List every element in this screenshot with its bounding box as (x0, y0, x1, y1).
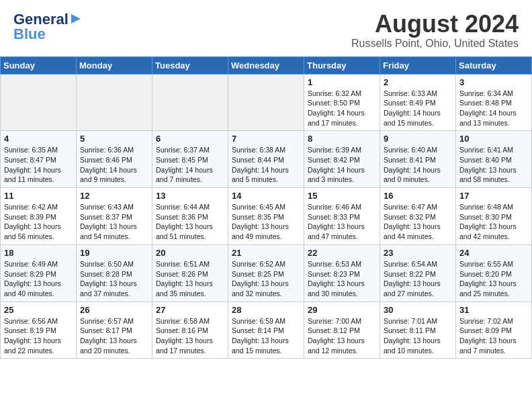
day-info: Sunrise: 6:42 AM Sunset: 8:39 PM Dayligh… (4, 202, 73, 242)
table-row: 20Sunrise: 6:51 AM Sunset: 8:26 PM Dayli… (152, 244, 228, 302)
day-number: 2 (384, 77, 452, 87)
table-row: 12Sunrise: 6:43 AM Sunset: 8:37 PM Dayli… (77, 188, 152, 245)
table-row: 23Sunrise: 6:54 AM Sunset: 8:22 PM Dayli… (380, 244, 456, 302)
day-info: Sunrise: 6:36 AM Sunset: 8:46 PM Dayligh… (80, 145, 148, 185)
day-info: Sunrise: 6:59 AM Sunset: 8:14 PM Dayligh… (232, 316, 300, 356)
col-sunday: Sunday (1, 56, 77, 74)
day-number: 12 (80, 191, 148, 201)
table-row: 24Sunrise: 6:55 AM Sunset: 8:20 PM Dayli… (456, 244, 532, 302)
calendar-subtitle: Russells Point, Ohio, United States (351, 38, 519, 50)
calendar-week-row: 25Sunrise: 6:56 AM Sunset: 8:19 PM Dayli… (1, 302, 532, 359)
day-info: Sunrise: 7:01 AM Sunset: 8:11 PM Dayligh… (384, 316, 452, 356)
svg-marker-0 (71, 14, 81, 24)
table-row: 4Sunrise: 6:35 AM Sunset: 8:47 PM Daylig… (1, 131, 77, 188)
title-block: August 2024 Russells Point, Ohio, United… (351, 11, 519, 50)
day-info: Sunrise: 6:52 AM Sunset: 8:25 PM Dayligh… (232, 259, 300, 299)
table-row: 28Sunrise: 6:59 AM Sunset: 8:14 PM Dayli… (228, 302, 304, 359)
day-info: Sunrise: 6:45 AM Sunset: 8:35 PM Dayligh… (232, 202, 300, 242)
day-number: 19 (80, 248, 148, 258)
calendar-week-row: 4Sunrise: 6:35 AM Sunset: 8:47 PM Daylig… (1, 131, 532, 188)
day-number: 4 (4, 134, 73, 144)
day-number: 20 (156, 248, 224, 258)
table-row: 2Sunrise: 6:33 AM Sunset: 8:49 PM Daylig… (380, 74, 456, 131)
table-row (1, 74, 77, 131)
day-number: 18 (4, 248, 73, 258)
day-number: 7 (232, 134, 300, 144)
table-row: 22Sunrise: 6:53 AM Sunset: 8:23 PM Dayli… (304, 244, 380, 302)
calendar-title: August 2024 (351, 11, 519, 38)
table-row (228, 74, 304, 131)
day-number: 25 (4, 305, 73, 315)
day-number: 13 (156, 191, 224, 201)
day-number: 24 (459, 248, 528, 258)
table-row: 29Sunrise: 7:00 AM Sunset: 8:12 PM Dayli… (304, 302, 380, 359)
day-number: 6 (156, 134, 224, 144)
calendar-week-row: 11Sunrise: 6:42 AM Sunset: 8:39 PM Dayli… (1, 188, 532, 245)
day-info: Sunrise: 6:39 AM Sunset: 8:42 PM Dayligh… (308, 145, 376, 185)
table-row: 18Sunrise: 6:49 AM Sunset: 8:29 PM Dayli… (1, 244, 77, 302)
calendar-week-row: 1Sunrise: 6:32 AM Sunset: 8:50 PM Daylig… (1, 74, 532, 131)
col-tuesday: Tuesday (152, 56, 228, 74)
table-row: 25Sunrise: 6:56 AM Sunset: 8:19 PM Dayli… (1, 302, 77, 359)
day-number: 15 (308, 191, 376, 201)
day-info: Sunrise: 6:53 AM Sunset: 8:23 PM Dayligh… (308, 259, 376, 299)
day-info: Sunrise: 6:54 AM Sunset: 8:22 PM Dayligh… (384, 259, 452, 299)
day-info: Sunrise: 6:58 AM Sunset: 8:16 PM Dayligh… (156, 316, 224, 356)
table-row: 19Sunrise: 6:50 AM Sunset: 8:28 PM Dayli… (77, 244, 152, 302)
col-friday: Friday (380, 56, 456, 74)
calendar-table: Sunday Monday Tuesday Wednesday Thursday… (0, 56, 532, 359)
table-row: 17Sunrise: 6:48 AM Sunset: 8:30 PM Dayli… (456, 188, 532, 245)
day-number: 5 (80, 134, 148, 144)
col-wednesday: Wednesday (228, 56, 304, 74)
day-info: Sunrise: 6:57 AM Sunset: 8:17 PM Dayligh… (80, 316, 148, 356)
day-info: Sunrise: 7:00 AM Sunset: 8:12 PM Dayligh… (308, 316, 376, 356)
logo-arrow-icon (70, 13, 82, 25)
table-row: 14Sunrise: 6:45 AM Sunset: 8:35 PM Dayli… (228, 188, 304, 245)
logo: General Blue (13, 11, 82, 43)
day-number: 22 (308, 248, 376, 258)
day-number: 31 (459, 305, 528, 315)
table-row: 26Sunrise: 6:57 AM Sunset: 8:17 PM Dayli… (77, 302, 152, 359)
table-row: 27Sunrise: 6:58 AM Sunset: 8:16 PM Dayli… (152, 302, 228, 359)
day-info: Sunrise: 6:40 AM Sunset: 8:41 PM Dayligh… (384, 145, 452, 185)
day-info: Sunrise: 6:56 AM Sunset: 8:19 PM Dayligh… (4, 316, 73, 356)
day-info: Sunrise: 6:33 AM Sunset: 8:49 PM Dayligh… (384, 89, 452, 128)
calendar-header-row: Sunday Monday Tuesday Wednesday Thursday… (1, 56, 532, 74)
calendar-week-row: 18Sunrise: 6:49 AM Sunset: 8:29 PM Dayli… (1, 244, 532, 302)
day-info: Sunrise: 6:43 AM Sunset: 8:37 PM Dayligh… (80, 202, 148, 242)
col-saturday: Saturday (456, 56, 532, 74)
table-row: 11Sunrise: 6:42 AM Sunset: 8:39 PM Dayli… (1, 188, 77, 245)
day-number: 27 (156, 305, 224, 315)
table-row (77, 74, 152, 131)
day-info: Sunrise: 6:51 AM Sunset: 8:26 PM Dayligh… (156, 259, 224, 299)
col-thursday: Thursday (304, 56, 380, 74)
table-row (152, 74, 228, 131)
table-row: 21Sunrise: 6:52 AM Sunset: 8:25 PM Dayli… (228, 244, 304, 302)
day-number: 23 (384, 248, 452, 258)
day-info: Sunrise: 6:37 AM Sunset: 8:45 PM Dayligh… (156, 145, 224, 185)
day-number: 21 (232, 248, 300, 258)
day-info: Sunrise: 6:50 AM Sunset: 8:28 PM Dayligh… (80, 259, 148, 299)
day-info: Sunrise: 6:46 AM Sunset: 8:33 PM Dayligh… (308, 202, 376, 242)
table-row: 7Sunrise: 6:38 AM Sunset: 8:44 PM Daylig… (228, 131, 304, 188)
day-info: Sunrise: 6:55 AM Sunset: 8:20 PM Dayligh… (459, 259, 528, 299)
table-row: 5Sunrise: 6:36 AM Sunset: 8:46 PM Daylig… (77, 131, 152, 188)
table-row: 13Sunrise: 6:44 AM Sunset: 8:36 PM Dayli… (152, 188, 228, 245)
table-row: 10Sunrise: 6:41 AM Sunset: 8:40 PM Dayli… (456, 131, 532, 188)
page-header: General Blue August 2024 Russells Point,… (0, 0, 532, 52)
day-number: 16 (384, 191, 452, 201)
col-monday: Monday (77, 56, 152, 74)
table-row: 30Sunrise: 7:01 AM Sunset: 8:11 PM Dayli… (380, 302, 456, 359)
day-number: 1 (308, 77, 376, 87)
day-number: 28 (232, 305, 300, 315)
table-row: 8Sunrise: 6:39 AM Sunset: 8:42 PM Daylig… (304, 131, 380, 188)
day-info: Sunrise: 6:35 AM Sunset: 8:47 PM Dayligh… (4, 145, 73, 185)
day-number: 30 (384, 305, 452, 315)
table-row: 31Sunrise: 7:02 AM Sunset: 8:09 PM Dayli… (456, 302, 532, 359)
day-number: 14 (232, 191, 300, 201)
day-info: Sunrise: 6:47 AM Sunset: 8:32 PM Dayligh… (384, 202, 452, 242)
table-row: 1Sunrise: 6:32 AM Sunset: 8:50 PM Daylig… (304, 74, 380, 131)
day-info: Sunrise: 6:38 AM Sunset: 8:44 PM Dayligh… (232, 145, 300, 185)
day-number: 10 (459, 134, 528, 144)
day-info: Sunrise: 6:44 AM Sunset: 8:36 PM Dayligh… (156, 202, 224, 242)
